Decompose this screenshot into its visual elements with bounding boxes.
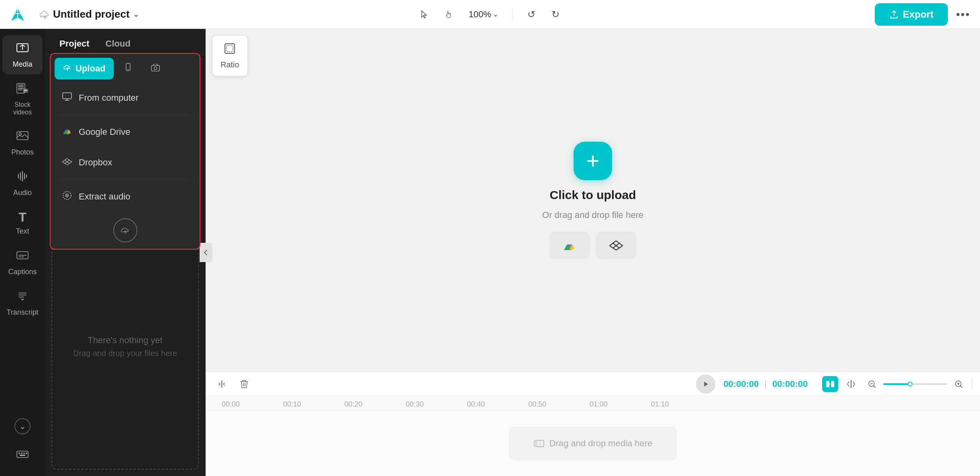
zoom-in-icon: [954, 380, 963, 389]
ruler-mark-3: 00:30: [406, 400, 424, 409]
zoom-control[interactable]: 100% ⌄: [464, 7, 503, 22]
drag-drop-media-icon: [533, 438, 545, 449]
svg-rect-30: [831, 381, 834, 387]
upload-tab-label: Upload: [76, 63, 106, 74]
upload-option-google-drive[interactable]: Google Drive: [51, 117, 200, 147]
sidebar-stock-videos-label: Stock videos: [7, 101, 38, 116]
split-cursor-button[interactable]: [843, 376, 859, 392]
undo-button[interactable]: ↺: [523, 6, 540, 23]
main-content: Media Stock videos: [0, 29, 980, 476]
ratio-button[interactable]: Ratio: [212, 35, 248, 76]
upload-dropdown: Upload: [50, 53, 200, 250]
right-area: Ratio + Click to upload Or drag and drop…: [206, 29, 980, 476]
upload-tab-camera[interactable]: [143, 58, 168, 79]
svg-rect-42: [537, 440, 537, 447]
upload-option-computer[interactable]: From computer: [51, 83, 200, 113]
media-icon: [16, 41, 29, 58]
sidebar-item-captions[interactable]: Captions: [2, 243, 43, 282]
timeline-split-button[interactable]: [214, 376, 230, 392]
redo-button[interactable]: ↻: [547, 6, 564, 23]
project-title: Untitled project: [53, 8, 130, 20]
zoom-chevron: ⌄: [493, 10, 498, 18]
topbar: Untitled project ⌄ 100% ⌄ ↺ ↻: [0, 0, 980, 29]
sidebar-item-stock-videos[interactable]: Stock videos: [2, 76, 43, 122]
drag-drop-media-zone[interactable]: Drag and drop media here: [509, 427, 677, 460]
sidebar-item-photos[interactable]: Photos: [2, 123, 43, 162]
ruler-mark-6: 01:00: [590, 400, 608, 409]
upload-divider-1: [59, 115, 192, 115]
tab-project[interactable]: Project: [51, 34, 98, 55]
hand-tool-button[interactable]: [440, 6, 457, 23]
snap-button[interactable]: [822, 376, 838, 392]
dropbox-cta-button[interactable]: [596, 232, 636, 259]
drop-zone-empty-title: There's nothing yet: [88, 335, 162, 346]
timeline-right-controls: [822, 376, 972, 392]
dropbox-option-label: Dropbox: [79, 157, 112, 168]
upload-cta-plus-button[interactable]: +: [574, 142, 612, 180]
sidebar-item-audio[interactable]: Audio: [2, 164, 43, 203]
svg-rect-22: [63, 93, 71, 99]
ruler-mark-1: 00:10: [283, 400, 301, 409]
upload-tab-phone[interactable]: [115, 58, 141, 79]
tab-cloud[interactable]: Cloud: [98, 34, 139, 55]
upload-option-extract-audio[interactable]: Extract audio: [51, 181, 200, 212]
zoom-in-button[interactable]: [951, 376, 967, 392]
timeline-toolbar: 00:00:00 | 00:00:00: [206, 372, 980, 396]
timeline-tracks[interactable]: Drag and drop media here: [206, 411, 980, 476]
timeline-delete-button[interactable]: [236, 376, 252, 392]
zoom-value: 100%: [469, 9, 491, 20]
delete-icon: [239, 379, 249, 389]
svg-rect-20: [151, 65, 159, 71]
upload-option-dropbox[interactable]: Dropbox: [51, 147, 200, 178]
more-icon: •••: [956, 8, 970, 21]
upload-cta-subtitle: Or drag and drop file here: [542, 210, 643, 220]
svg-rect-13: [18, 453, 20, 454]
export-button[interactable]: Export: [875, 3, 948, 26]
sidebar-item-media[interactable]: Media: [2, 35, 43, 74]
sidebar-captions-label: Captions: [8, 268, 37, 276]
sidebar-item-transcript[interactable]: Transcript: [2, 283, 43, 322]
more-options-button[interactable]: •••: [954, 6, 972, 23]
svg-point-10: [19, 133, 21, 135]
stock-videos-icon: [16, 81, 29, 98]
sidebar-item-text[interactable]: T Text: [2, 204, 43, 241]
drop-zone[interactable]: There's nothing yet Drag and drop your f…: [51, 224, 199, 470]
upload-cta: + Click to upload Or drag and drop file …: [542, 142, 643, 259]
timeline-vert-divider: [972, 378, 972, 391]
upload-tab-upload[interactable]: Upload: [55, 58, 114, 79]
google-drive-cta-button[interactable]: [549, 232, 590, 259]
ruler-mark-5: 00:50: [528, 400, 546, 409]
upload-circle-button[interactable]: [113, 218, 137, 242]
play-button[interactable]: [696, 374, 715, 394]
select-tool-button[interactable]: [416, 6, 433, 23]
svg-rect-7: [18, 90, 22, 90]
project-title-chevron: ⌄: [133, 10, 139, 19]
captions-icon: [16, 248, 29, 265]
ratio-label: Ratio: [220, 60, 239, 69]
audio-icon: [16, 169, 29, 186]
export-label: Export: [903, 9, 933, 20]
sidebar-expand-button[interactable]: ⌄: [2, 413, 43, 440]
svg-rect-16: [26, 453, 27, 454]
keyboard-icon: [16, 447, 29, 464]
zoom-out-button[interactable]: [864, 376, 880, 392]
cloud-icon: [39, 9, 50, 20]
split-cursor-icon: [846, 379, 856, 389]
sidebar-transcript-label: Transcript: [6, 308, 38, 317]
media-panel-tabs: Project Cloud: [45, 29, 205, 55]
collapse-panel-button[interactable]: [200, 243, 212, 262]
svg-rect-15: [23, 453, 25, 454]
dropbox-cta-icon: [609, 238, 623, 252]
sidebar: Media Stock videos: [0, 29, 45, 476]
svg-rect-41: [534, 440, 537, 447]
timeline-time: 00:00:00 | 00:00:00: [696, 374, 808, 394]
export-icon: [889, 10, 899, 19]
drop-zone-empty-subtitle: Drag and drop your files here: [73, 349, 177, 358]
redo-icon: ↻: [551, 9, 559, 20]
topbar-right: Export •••: [875, 3, 972, 26]
project-title-area[interactable]: Untitled project ⌄: [39, 8, 139, 20]
svg-rect-14: [21, 453, 22, 454]
ratio-icon: [223, 42, 236, 58]
sidebar-item-keyboard[interactable]: [2, 441, 43, 470]
zoom-slider[interactable]: [883, 383, 947, 385]
